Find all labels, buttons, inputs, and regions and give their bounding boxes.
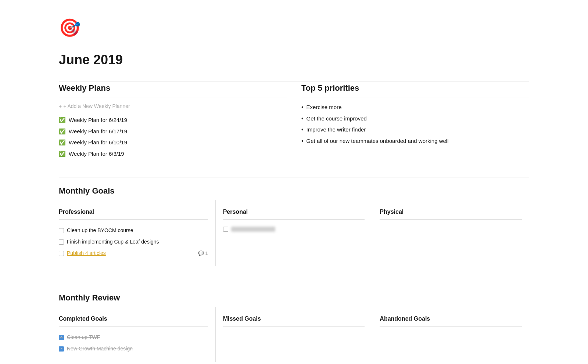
priority-item: Improve the writer finder — [301, 124, 529, 136]
col-heading: Missed Goals — [223, 314, 365, 327]
blurred-content — [231, 227, 275, 232]
col-heading: Personal — [223, 208, 365, 220]
checkbox-empty[interactable] — [59, 228, 64, 233]
check-icon: ✅ — [59, 116, 66, 125]
check-mark: ✓ — [60, 346, 63, 352]
check-icon: ✅ — [59, 127, 66, 136]
goal-label: Clean up the BYOCM course — [67, 227, 133, 234]
check-icon: ✅ — [59, 150, 66, 158]
weekly-plan-item[interactable]: ✅Weekly Plan for 6/24/19 — [59, 115, 287, 126]
add-new-label: + Add a New Weekly Planner — [63, 102, 130, 110]
goal-item[interactable]: Clean up the BYOCM course — [59, 225, 208, 236]
weekly-plan-item[interactable]: ✅Weekly Plan for 6/17/19 — [59, 126, 287, 137]
checkbox-empty[interactable] — [223, 227, 228, 232]
monthly-review-col-1: Missed Goals — [216, 307, 373, 362]
weekly-plan-label: Weekly Plan for 6/3/19 — [69, 150, 124, 158]
weekly-plan-item[interactable]: ✅Weekly Plan for 6/3/19 — [59, 148, 287, 160]
comment-icon: 💬 — [198, 250, 204, 257]
comment-count: 1 — [205, 250, 208, 257]
priority-item: Get the course improved — [301, 113, 529, 125]
goal-item[interactable]: Finish implementing Cup & Leaf designs — [59, 236, 208, 248]
weekly-plan-list: ✅Weekly Plan for 6/24/19✅Weekly Plan for… — [59, 115, 287, 159]
add-new-weekly-planner-button[interactable]: + + Add a New Weekly Planner — [59, 102, 287, 111]
monthly-review-col-0: Completed Goals✓Clean up TWF✓New Growth … — [59, 307, 216, 362]
goal-label: Finish implementing Cup & Leaf designs — [67, 238, 159, 246]
priority-item: Get all of our new teammates onboarded a… — [301, 136, 529, 147]
check-mark: ✓ — [60, 335, 63, 340]
top-priorities-section: Top 5 priorities Exercise moreGet the co… — [301, 82, 529, 159]
monthly-review-columns: Completed Goals✓Clean up TWF✓New Growth … — [59, 307, 529, 362]
weekly-plan-label: Weekly Plan for 6/24/19 — [69, 116, 127, 125]
col-heading: Completed Goals — [59, 314, 208, 327]
col-heading: Professional — [59, 208, 208, 220]
monthly-goals-section: Monthly Goals ProfessionalClean up the B… — [59, 177, 529, 266]
plus-icon: + — [59, 102, 62, 110]
weekly-plan-label: Weekly Plan for 6/10/19 — [69, 138, 127, 147]
goal-link-label[interactable]: Publish 4 articles — [67, 249, 106, 257]
check-icon: ✅ — [59, 138, 66, 147]
monthly-goals-columns: ProfessionalClean up the BYOCM courseFin… — [59, 200, 529, 266]
monthly-review-heading: Monthly Review — [59, 284, 529, 307]
weekly-plan-label: Weekly Plan for 6/17/19 — [69, 127, 127, 136]
priority-list: Exercise moreGet the course improvedImpr… — [301, 102, 529, 147]
page-title: June 2019 — [59, 50, 529, 70]
completed-goal-item: ✓New Growth Machine design — [59, 343, 208, 354]
checkbox-checked[interactable]: ✓ — [59, 346, 64, 352]
priority-item: Exercise more — [301, 102, 529, 113]
goal-item[interactable]: Publish 4 articles💬1 — [59, 248, 208, 259]
monthly-goals-col-2: Physical — [372, 200, 529, 266]
goal-item[interactable] — [223, 225, 365, 234]
comment-badge: 💬1 — [198, 250, 208, 257]
col-heading: Abandoned Goals — [380, 314, 522, 327]
completed-goal-label: New Growth Machine design — [67, 345, 133, 353]
checkbox-empty[interactable] — [59, 251, 64, 256]
completed-goal-label: Clean up TWF — [67, 334, 100, 341]
weekly-plan-item[interactable]: ✅Weekly Plan for 6/10/19 — [59, 137, 287, 148]
weekly-plans-section: Weekly Plans + + Add a New Weekly Planne… — [59, 82, 287, 159]
monthly-review-col-2: Abandoned Goals — [372, 307, 529, 362]
app-logo: 🎯 — [59, 15, 529, 41]
monthly-goals-col-0: ProfessionalClean up the BYOCM courseFin… — [59, 200, 216, 266]
monthly-goals-heading: Monthly Goals — [59, 177, 529, 200]
checkbox-empty[interactable] — [59, 239, 64, 245]
page-container: 🎯 June 2019 Weekly Plans + + Add a New W… — [37, 0, 551, 364]
completed-goal-item: ✓Clean up TWF — [59, 332, 208, 343]
weekly-plans-heading: Weekly Plans — [59, 82, 287, 97]
col-heading: Physical — [380, 208, 522, 220]
checkbox-checked[interactable]: ✓ — [59, 335, 64, 340]
monthly-goals-col-1: Personal — [216, 200, 373, 266]
monthly-review-section: Monthly Review Completed Goals✓Clean up … — [59, 284, 529, 362]
top-section: Weekly Plans + + Add a New Weekly Planne… — [59, 82, 529, 159]
top-priorities-heading: Top 5 priorities — [301, 82, 529, 97]
